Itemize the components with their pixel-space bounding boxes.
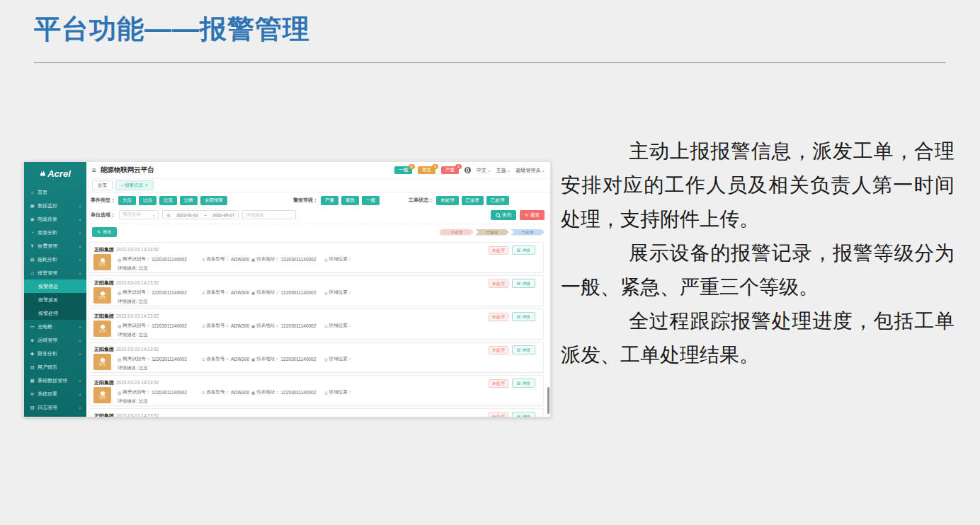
- field-gateway: ▤ 网关识别号： 12203011140002: [118, 289, 187, 296]
- tab-alarm-info[interactable]: •报警信息×: [115, 180, 154, 190]
- alarm-level-button-2[interactable]: 一般: [362, 196, 380, 205]
- alarm-level-button-1[interactable]: 紧急: [341, 196, 359, 205]
- sidebar-item-base-data[interactable]: ▦基础数据管理∨: [24, 374, 86, 387]
- row-detail-button[interactable]: ▤ 详情: [512, 412, 535, 417]
- tab-label: 首页: [98, 183, 107, 188]
- alarm-type-label: 过压: [99, 329, 106, 333]
- device-model-label: 设备型号：: [207, 389, 230, 396]
- tab-bar: 首页•报警信息×: [86, 179, 550, 192]
- tab-home[interactable]: 首页: [92, 180, 113, 190]
- device-model-value: ADW300: [231, 323, 249, 328]
- event-type-button-4[interactable]: 全部报警: [200, 196, 227, 205]
- gateway-value: 12203011140002: [152, 323, 187, 328]
- gateway-icon: ▤: [118, 258, 121, 262]
- field-area-location: ◎ 区域位置：: [324, 289, 353, 296]
- sidebar-item-data-monitor[interactable]: ▣数据监控∨: [24, 199, 86, 212]
- sidebar-item-label: 报警信息: [38, 283, 58, 290]
- step-pending[interactable]: 未处理: [440, 229, 474, 236]
- meter-address-label: 仪表地址：: [256, 323, 280, 329]
- collapse-menu-icon[interactable]: ≡: [92, 166, 96, 174]
- field-device-model: ⊙ 设备型号： ADW300: [202, 389, 249, 396]
- order-status-button-2[interactable]: 已处理: [486, 196, 509, 205]
- sidebar-item-charging-pile[interactable]: ▭充电桩∨: [24, 320, 86, 333]
- row-detail-button[interactable]: ▤ 详情: [512, 246, 535, 255]
- sidebar-item-system-settings[interactable]: ⊕系统设置∨: [24, 387, 86, 400]
- alarm-level-badge-urgent[interactable]: 紧急0: [418, 166, 435, 175]
- status-step-indicator: 未处理已派发已处理: [440, 229, 545, 236]
- step-dispatched[interactable]: 已派发: [475, 229, 509, 236]
- field-detail-desc: 详情描述: 过压: [118, 265, 148, 272]
- language-select[interactable]: 中文 ∨: [477, 167, 491, 174]
- sidebar-item-alarm-dispatch[interactable]: 报警派发: [24, 293, 86, 306]
- reset-button[interactable]: ↻ 重置: [520, 210, 545, 220]
- field-gateway: ▤ 网关识别号： 12203011140002: [118, 356, 187, 362]
- row-status-badge: 未处理: [489, 346, 508, 354]
- sidebar-item-alarm-management[interactable]: △报警管理∧: [24, 266, 86, 279]
- step-done[interactable]: 已处理: [511, 229, 545, 236]
- meter-address-icon: ▣: [251, 357, 255, 362]
- filter-group-order-status: 工单状态： 未处理已派发已处理: [409, 196, 509, 205]
- order-status-button-1[interactable]: 已派发: [462, 196, 484, 205]
- meter-address-icon: ▣: [251, 258, 255, 262]
- demand-analysis-icon: ◔: [29, 230, 35, 235]
- area-location-label: 区域位置：: [329, 389, 353, 396]
- scrollbar-thumb[interactable]: [547, 387, 549, 414]
- sidebar-item-demand-analysis[interactable]: ◔需量分析∨: [24, 226, 86, 239]
- row-detail-button[interactable]: ▤ 详情: [512, 279, 535, 288]
- language-globe-icon[interactable]: [465, 167, 471, 173]
- export-button[interactable]: ✎ 导出: [92, 227, 117, 237]
- detail-button-label: 详情: [522, 282, 530, 286]
- description-text: 主动上报报警信息，派发工单，合理安排对应的工作人员及相关负责人第一时间处理，支持…: [561, 134, 955, 372]
- sidebar-item-finance-analysis[interactable]: ◆财务分析∨: [24, 347, 86, 360]
- gateway-value: 12203011140002: [152, 290, 187, 295]
- sidebar-item-label: 基础数据管理: [38, 377, 67, 384]
- sidebar-item-alarm-handle[interactable]: 报警处理: [24, 306, 86, 320]
- meter-address-value: 12203011140002: [281, 323, 317, 328]
- sidebar-item-home[interactable]: ⌂首页: [24, 185, 86, 199]
- event-type-button-0[interactable]: 欠压: [118, 196, 136, 205]
- area-location-icon: ◎: [324, 324, 328, 328]
- event-type-button-3[interactable]: 过载: [180, 196, 198, 205]
- row-time: 2022-03-03 14:23:52: [116, 380, 159, 385]
- sidebar-item-ops-management[interactable]: ◈运维管理∨: [24, 333, 86, 347]
- order-status-button-0[interactable]: 未处理: [436, 196, 459, 205]
- sidebar-item-label: 首页: [38, 189, 47, 196]
- row-detail-button[interactable]: ▤ 详情: [512, 379, 535, 388]
- alarm-level-badge-general[interactable]: 一般0: [394, 166, 412, 175]
- device-model-icon: ⊙: [202, 258, 205, 262]
- description-input[interactable]: [242, 210, 296, 219]
- detail-icon: ▤: [517, 348, 520, 352]
- area-location-icon: ◎: [324, 357, 328, 362]
- detail-icon: ▤: [517, 381, 520, 386]
- field-meter-address: ▣ 仪表地址： 12203011140002: [251, 256, 316, 262]
- field-area-location: ◎ 区域位置：: [324, 389, 353, 396]
- sidebar-item-energy-analysis[interactable]: ▤能耗分析∨: [24, 253, 86, 266]
- alarm-type-label: 过压: [99, 296, 106, 299]
- alarm-type-label: 过压: [99, 396, 106, 399]
- event-type-button-1[interactable]: 过压: [139, 196, 156, 205]
- user-menu[interactable]: 超级管理员 ∨: [515, 167, 545, 174]
- search-button[interactable]: 查询: [491, 210, 516, 220]
- alarm-level-badge-critical[interactable]: 严重1: [441, 166, 459, 175]
- area-location-icon: ◎: [324, 391, 328, 395]
- field-detail-desc: 详情描述: 过压: [118, 332, 148, 338]
- row-detail-button[interactable]: ▤ 详情: [512, 312, 535, 321]
- event-type-button-2[interactable]: 过流: [159, 196, 177, 205]
- chevron-down-icon: ∨: [79, 379, 81, 382]
- date-start: 2022-01-01: [176, 213, 198, 217]
- sidebar-item-power-quality[interactable]: ◉电能质量∨: [24, 212, 86, 226]
- sidebar-item-label: 报警处理: [38, 310, 58, 317]
- sidebar-item-label: 收费管理: [38, 243, 57, 250]
- app-sidebar: Acrel ⌂首页▣数据监控∨◉电能质量∨◔需量分析∨¥收费管理∨▤能耗分析∨△…: [24, 162, 86, 417]
- sidebar-item-fee-management[interactable]: ¥收费管理∨: [24, 239, 86, 253]
- chevron-down-icon: ∨: [79, 231, 81, 234]
- sidebar-item-log-management[interactable]: ▧日志管理∨: [24, 400, 86, 414]
- sidebar-item-user-report[interactable]: ▥用户报告: [24, 360, 86, 374]
- sidebar-item-alarm-info[interactable]: 报警信息: [24, 279, 86, 293]
- close-icon[interactable]: ×: [145, 183, 148, 188]
- alarm-level-button-0[interactable]: 严重: [321, 196, 338, 205]
- project-select[interactable]: 项目名称 ∨: [119, 210, 159, 219]
- date-range-picker[interactable]: ▦ 2022-01-01 ~ 2022-03-27: [162, 210, 239, 219]
- theme-select[interactable]: 主题 ∨: [496, 167, 511, 174]
- row-detail-button[interactable]: ▤ 详情: [512, 345, 535, 354]
